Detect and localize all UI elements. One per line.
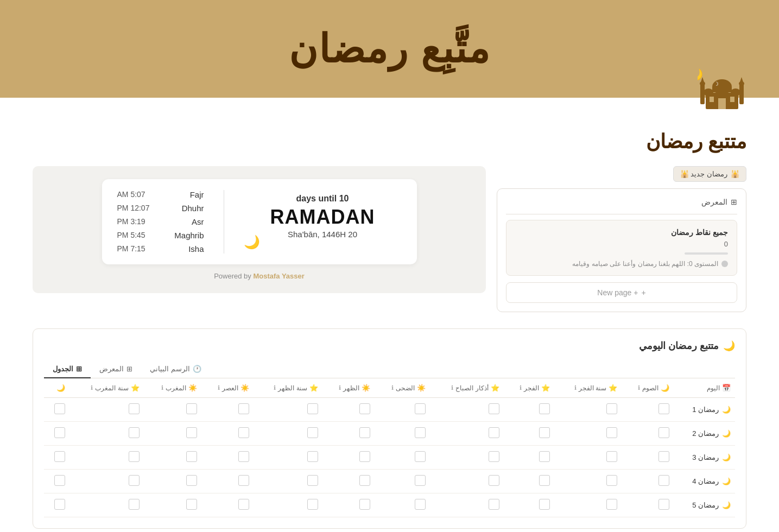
checkbox-cell[interactable] — [44, 470, 69, 493]
checkbox[interactable] — [129, 403, 140, 414]
checkbox-cell[interactable] — [44, 422, 69, 446]
checkbox[interactable] — [489, 451, 499, 462]
checkbox[interactable] — [606, 427, 617, 438]
checkbox[interactable] — [307, 475, 318, 486]
checkbox[interactable] — [54, 475, 65, 486]
checkbox-cell[interactable] — [144, 446, 201, 470]
checkbox[interactable] — [539, 475, 550, 486]
checkbox-cell[interactable] — [430, 493, 504, 517]
checkbox[interactable] — [415, 475, 426, 486]
checkbox[interactable] — [238, 475, 249, 486]
author-link[interactable]: Mostafa Yasser — [253, 272, 304, 280]
checkbox-cell[interactable] — [44, 446, 69, 470]
checkbox[interactable] — [415, 499, 426, 510]
checkbox-cell[interactable] — [554, 470, 622, 493]
checkbox-cell[interactable] — [44, 493, 69, 517]
checkbox-cell[interactable] — [375, 398, 430, 422]
checkbox[interactable] — [238, 403, 249, 414]
checkbox-cell[interactable] — [622, 446, 674, 470]
checkbox[interactable] — [129, 499, 140, 510]
checkbox[interactable] — [658, 475, 669, 486]
checkbox[interactable] — [415, 427, 426, 438]
checkbox-cell[interactable] — [554, 422, 622, 446]
checkbox-cell[interactable] — [375, 493, 430, 517]
checkbox-cell[interactable] — [622, 470, 674, 493]
checkbox-cell[interactable] — [504, 446, 555, 470]
checkbox-cell[interactable] — [254, 398, 322, 422]
checkbox[interactable] — [658, 451, 669, 462]
checkbox[interactable] — [658, 499, 669, 510]
checkbox[interactable] — [489, 427, 499, 438]
checkbox-cell[interactable] — [430, 398, 504, 422]
checkbox[interactable] — [415, 403, 426, 414]
checkbox-cell[interactable] — [144, 398, 201, 422]
checkbox[interactable] — [54, 427, 65, 438]
checkbox[interactable] — [539, 499, 550, 510]
checkbox[interactable] — [606, 403, 617, 414]
checkbox-cell[interactable] — [322, 398, 375, 422]
checkbox[interactable] — [186, 403, 197, 414]
checkbox[interactable] — [359, 427, 370, 438]
checkbox-cell[interactable] — [322, 446, 375, 470]
checkbox[interactable] — [54, 451, 65, 462]
checkbox[interactable] — [186, 427, 197, 438]
checkbox[interactable] — [129, 427, 140, 438]
checkbox[interactable] — [186, 475, 197, 486]
checkbox[interactable] — [238, 451, 249, 462]
checkbox[interactable] — [658, 427, 669, 438]
checkbox-cell[interactable] — [375, 470, 430, 493]
checkbox[interactable] — [489, 403, 499, 414]
checkbox[interactable] — [415, 451, 426, 462]
checkbox[interactable] — [489, 475, 499, 486]
checkbox[interactable] — [658, 403, 669, 414]
checkbox[interactable] — [539, 451, 550, 462]
checkbox-cell[interactable] — [69, 470, 144, 493]
checkbox-cell[interactable] — [144, 422, 201, 446]
checkbox-cell[interactable] — [622, 493, 674, 517]
checkbox-cell[interactable] — [144, 493, 201, 517]
checkbox-cell[interactable] — [144, 470, 201, 493]
checkbox[interactable] — [359, 451, 370, 462]
checkbox-cell[interactable] — [69, 398, 144, 422]
checkbox-cell[interactable] — [254, 493, 322, 517]
checkbox-cell[interactable] — [504, 470, 555, 493]
checkbox-cell[interactable] — [375, 446, 430, 470]
checkbox-cell[interactable] — [201, 422, 254, 446]
checkbox-cell[interactable] — [322, 470, 375, 493]
checkbox[interactable] — [54, 403, 65, 414]
checkbox-cell[interactable] — [375, 422, 430, 446]
checkbox-cell[interactable] — [69, 446, 144, 470]
checkbox[interactable] — [186, 451, 197, 462]
checkbox-cell[interactable] — [254, 422, 322, 446]
new-ramadan-button[interactable]: 🕌 رمضان جديد 🕌 — [673, 166, 746, 182]
checkbox-cell[interactable] — [201, 493, 254, 517]
checkbox-cell[interactable] — [554, 446, 622, 470]
checkbox[interactable] — [54, 499, 65, 510]
checkbox-cell[interactable] — [44, 398, 69, 422]
checkbox[interactable] — [307, 427, 318, 438]
checkbox-cell[interactable] — [622, 398, 674, 422]
checkbox-cell[interactable] — [254, 446, 322, 470]
checkbox-cell[interactable] — [504, 398, 555, 422]
tab-table[interactable]: ⊞ الجدول — [44, 360, 91, 378]
checkbox[interactable] — [606, 451, 617, 462]
checkbox[interactable] — [238, 427, 249, 438]
checkbox[interactable] — [539, 427, 550, 438]
checkbox[interactable] — [606, 499, 617, 510]
checkbox[interactable] — [186, 499, 197, 510]
checkbox-cell[interactable] — [430, 470, 504, 493]
checkbox-cell[interactable] — [201, 398, 254, 422]
checkbox[interactable] — [489, 499, 499, 510]
checkbox-cell[interactable] — [430, 422, 504, 446]
checkbox[interactable] — [307, 403, 318, 414]
checkbox[interactable] — [129, 475, 140, 486]
checkbox-cell[interactable] — [322, 493, 375, 517]
checkbox[interactable] — [359, 403, 370, 414]
checkbox-cell[interactable] — [254, 470, 322, 493]
tab-gallery[interactable]: ⊞ المعرض — [91, 360, 141, 378]
checkbox[interactable] — [606, 475, 617, 486]
checkbox[interactable] — [307, 451, 318, 462]
tab-chart[interactable]: 🕐 الرسم البياني — [141, 360, 210, 378]
checkbox[interactable] — [129, 451, 140, 462]
checkbox[interactable] — [539, 403, 550, 414]
